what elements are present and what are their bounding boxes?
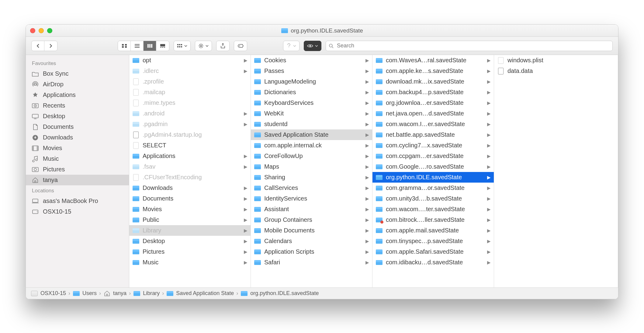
sidebar-item[interactable]: Applications <box>26 90 129 100</box>
sidebar-item[interactable]: AirDrop <box>26 79 129 90</box>
sidebar-item[interactable]: tanya <box>26 175 129 185</box>
column-1[interactable]: Cookies▶Passes▶LanguageModeling▶Dictiona… <box>251 55 372 287</box>
list-item[interactable]: com.apple.mail.savedState▶ <box>372 225 494 236</box>
sidebar-item[interactable]: Desktop <box>26 111 129 122</box>
path-segment[interactable]: Saved Application State <box>166 290 234 297</box>
list-item[interactable]: com.apple.Safari.savedState▶ <box>372 246 494 257</box>
list-item[interactable]: Assistant▶ <box>251 204 372 215</box>
list-item[interactable]: com.apple.internal.ck▶ <box>251 140 372 151</box>
group-by-button[interactable] <box>174 41 191 51</box>
list-item[interactable]: .pgAdmin4.startup.log <box>129 129 251 140</box>
list-item[interactable]: Group Containers▶ <box>251 215 372 225</box>
sidebar-item[interactable]: Pictures <box>26 164 129 175</box>
list-item[interactable]: Documents▶ <box>129 193 251 204</box>
sidebar-item[interactable]: Documents <box>26 122 129 132</box>
column-0[interactable]: opt▶.idlerc▶.zprofile.mailcap.mime.types… <box>129 55 251 287</box>
list-item[interactable]: Downloads▶ <box>129 183 251 193</box>
list-item[interactable]: LanguageModeling▶ <box>251 76 372 87</box>
list-item[interactable]: com.Google.…ro.savedState▶ <box>372 161 494 172</box>
list-item[interactable]: Application Scripts▶ <box>251 246 372 257</box>
list-item[interactable]: com.unity3d.…b.savedState▶ <box>372 193 494 204</box>
tags-button[interactable] <box>234 41 247 51</box>
list-item[interactable]: Passes▶ <box>251 66 372 76</box>
list-item[interactable]: .fsav▶ <box>129 161 251 172</box>
list-item[interactable]: com.bitrock.…ller.savedState▶ <box>372 215 494 225</box>
list-item[interactable]: Desktop▶ <box>129 236 251 246</box>
list-item[interactable]: data.data <box>494 66 618 76</box>
search-input[interactable] <box>326 41 613 51</box>
list-item[interactable]: .mailcap <box>129 87 251 98</box>
list-item[interactable]: studentd▶ <box>251 119 372 129</box>
list-item[interactable]: CallServices▶ <box>251 183 372 193</box>
list-item[interactable]: Music▶ <box>129 257 251 268</box>
list-item[interactable]: IdentityServices▶ <box>251 193 372 204</box>
list-item[interactable]: org.jdownloa…er.savedState▶ <box>372 98 494 108</box>
list-item[interactable]: com.wacom.I…er.savedState▶ <box>372 119 494 129</box>
list-item[interactable]: opt▶ <box>129 55 251 66</box>
sidebar-item[interactable]: Box Sync <box>26 68 129 79</box>
list-item[interactable]: Movies▶ <box>129 204 251 215</box>
path-segment[interactable]: org.python.IDLE.savedState <box>241 290 319 297</box>
list-item[interactable]: com.backup4…p.savedState▶ <box>372 87 494 98</box>
list-item[interactable]: Library▶ <box>129 225 251 236</box>
list-item[interactable]: org.python.IDLE.savedState▶ <box>372 172 494 183</box>
column-2[interactable]: com.WavesA…ral.savedState▶com.apple.ke…s… <box>372 55 494 287</box>
list-item[interactable]: Sharing▶ <box>251 172 372 183</box>
list-item[interactable]: .android▶ <box>129 108 251 119</box>
list-item[interactable]: Cookies▶ <box>251 55 372 66</box>
path-segment[interactable]: tanya <box>103 290 126 297</box>
list-item[interactable]: download.mk…ix.savedState▶ <box>372 76 494 87</box>
list-item[interactable]: com.wacom.…ter.savedState▶ <box>372 204 494 215</box>
list-item[interactable]: .mime.types <box>129 98 251 108</box>
list-item[interactable]: Applications▶ <box>129 151 251 161</box>
column-3[interactable]: windows.plistdata.data <box>494 55 618 287</box>
view-gallery-button[interactable] <box>156 41 169 51</box>
list-item[interactable]: Pictures▶ <box>129 246 251 257</box>
list-item[interactable]: CoreFollowUp▶ <box>251 151 372 161</box>
list-item[interactable]: .CFUserTextEncoding <box>129 172 251 183</box>
view-list-button[interactable] <box>131 41 144 51</box>
forward-button[interactable] <box>44 41 57 51</box>
sidebar-item[interactable]: asas's MacBook Pro <box>26 196 129 206</box>
privacy-view-button[interactable] <box>304 41 321 51</box>
sidebar-item[interactable]: Downloads <box>26 132 129 143</box>
list-item[interactable]: com.ccpgam…er.savedState▶ <box>372 151 494 161</box>
close-window-button[interactable] <box>30 28 35 33</box>
view-columns-button[interactable] <box>144 41 156 51</box>
action-menu-button[interactable] <box>195 41 212 51</box>
list-item[interactable]: .pgadmin▶ <box>129 119 251 129</box>
list-item[interactable]: com.apple.ke…s.savedState▶ <box>372 66 494 76</box>
sidebar-item[interactable]: OSX10-15 <box>26 206 129 217</box>
help-menu-button[interactable] <box>283 41 299 51</box>
sidebar-item[interactable]: Recents <box>26 100 129 111</box>
list-item[interactable]: com.WavesA…ral.savedState▶ <box>372 55 494 66</box>
list-item[interactable]: Saved Application State▶ <box>251 129 372 140</box>
list-item[interactable]: .zprofile <box>129 76 251 87</box>
share-button[interactable] <box>216 41 230 51</box>
list-item[interactable]: SELECT <box>129 140 251 151</box>
list-item[interactable]: Maps▶ <box>251 161 372 172</box>
list-item[interactable]: KeyboardServices▶ <box>251 98 372 108</box>
path-segment[interactable]: OSX10-15 <box>31 290 66 297</box>
path-segment[interactable]: Library <box>133 290 160 297</box>
path-segment[interactable]: Users <box>73 290 97 297</box>
list-item[interactable]: WebKit▶ <box>251 108 372 119</box>
list-item[interactable]: com.cycling7…x.savedState▶ <box>372 140 494 151</box>
view-icons-button[interactable] <box>118 41 131 51</box>
list-item[interactable]: Mobile Documents▶ <box>251 225 372 236</box>
sidebar-item[interactable]: Music <box>26 153 129 164</box>
back-button[interactable] <box>32 41 44 51</box>
list-item[interactable]: Calendars▶ <box>251 236 372 246</box>
list-item[interactable]: .idlerc▶ <box>129 66 251 76</box>
list-item[interactable]: net.battle.app.savedState▶ <box>372 129 494 140</box>
search-field[interactable] <box>326 41 613 51</box>
sidebar-item[interactable]: Movies <box>26 143 129 153</box>
list-item[interactable]: com.gramma…or.savedState▶ <box>372 183 494 193</box>
list-item[interactable]: windows.plist <box>494 55 618 66</box>
minimize-window-button[interactable] <box>39 28 44 33</box>
list-item[interactable]: com.idibacku…d.savedState▶ <box>372 257 494 268</box>
list-item[interactable]: Dictionaries▶ <box>251 87 372 98</box>
list-item[interactable]: Safari▶ <box>251 257 372 268</box>
list-item[interactable]: net.java.open…d.savedState▶ <box>372 108 494 119</box>
list-item[interactable]: Public▶ <box>129 215 251 225</box>
